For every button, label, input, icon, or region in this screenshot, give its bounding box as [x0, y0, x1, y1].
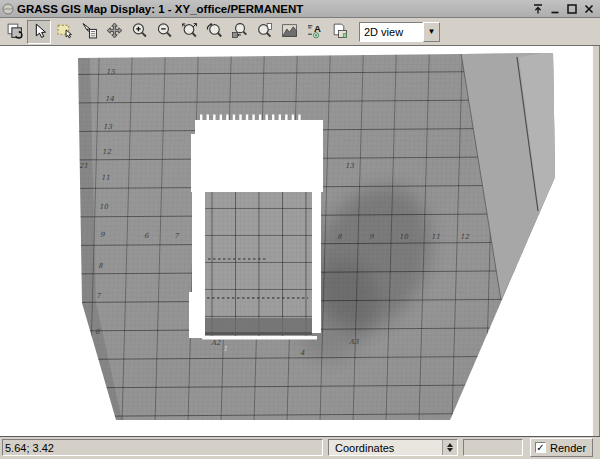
progress-indicator	[463, 439, 523, 456]
pointer-button[interactable]	[27, 20, 51, 44]
svg-text:8: 8	[98, 262, 103, 270]
statusbar-mode-select[interactable]: Coordinates	[328, 439, 458, 456]
svg-text:11: 11	[431, 233, 440, 241]
pointer-icon	[31, 22, 48, 41]
svg-text:A3: A3	[348, 338, 359, 346]
pan-button[interactable]	[102, 20, 126, 44]
svg-text:12: 12	[460, 233, 469, 241]
view-mode-select[interactable]: 2D view ▼	[359, 22, 440, 42]
spinner-up-icon[interactable]	[447, 443, 453, 447]
svg-text:6: 6	[144, 232, 149, 240]
maximize-icon	[566, 3, 578, 15]
select-region-button[interactable]	[52, 20, 76, 44]
chevron-down-icon[interactable]: ▼	[423, 22, 440, 42]
svg-text:13: 13	[345, 162, 354, 170]
zoom-back-icon	[231, 22, 248, 41]
window-minimize-button[interactable]	[548, 2, 562, 15]
zoom-out-icon	[156, 22, 173, 41]
shade-icon	[532, 3, 544, 15]
svg-text:9: 9	[100, 231, 105, 239]
statusbar: 5.64; 3.42 Coordinates ✓ Render	[0, 436, 600, 459]
check-icon[interactable]: ✓	[535, 442, 546, 453]
grass-map-display-window: GRASS GIS Map Display: 1 - XY_office/PER…	[0, 0, 600, 459]
query-button[interactable]	[77, 20, 101, 44]
zoom-previous-button[interactable]	[202, 20, 226, 44]
window-shade-button[interactable]	[531, 2, 545, 15]
svg-text:10: 10	[399, 233, 408, 241]
svg-text:9: 9	[369, 233, 374, 241]
reference-card	[189, 192, 321, 340]
white-cutout-box	[191, 115, 323, 193]
display-map-button[interactable]	[2, 20, 26, 44]
query-icon	[81, 22, 98, 41]
svg-text:A: A	[313, 23, 320, 34]
zoom-in-button[interactable]	[127, 20, 151, 44]
export-display-button[interactable]	[327, 20, 351, 44]
map-toolbar: A 2D view ▼	[0, 18, 600, 46]
window-titlebar[interactable]: GRASS GIS Map Display: 1 - XY_office/PER…	[0, 0, 600, 18]
zoom-out-button[interactable]	[152, 20, 176, 44]
close-icon	[583, 3, 595, 15]
svg-text:1: 1	[223, 345, 227, 353]
spinner-arrows-icon[interactable]	[442, 440, 457, 455]
window-controls	[531, 2, 600, 15]
zoom-region-button[interactable]	[227, 20, 251, 44]
zoom-selected-icon	[181, 22, 198, 41]
svg-text:A2: A2	[210, 339, 221, 347]
pan-icon	[106, 22, 123, 41]
window-right-border	[592, 46, 600, 436]
svg-text:12: 12	[102, 148, 111, 156]
svg-text:11: 11	[101, 174, 110, 182]
svg-text:15: 15	[106, 68, 115, 76]
profile-icon	[281, 22, 298, 41]
svg-text:14: 14	[105, 95, 114, 103]
window-maximize-button[interactable]	[565, 2, 579, 15]
render-checkbox[interactable]: ✓ Render	[530, 438, 593, 457]
map-canvas[interactable]: 151413122111109876678910111213A24A31	[0, 46, 592, 436]
zoom-to-selected-button[interactable]	[177, 20, 201, 44]
render-label: Render	[550, 442, 586, 454]
svg-text:8: 8	[337, 233, 342, 241]
svg-text:13: 13	[103, 123, 112, 131]
window-close-button[interactable]	[582, 2, 596, 15]
toolbar-buttons: A	[2, 20, 352, 44]
overlay-text-button[interactable]: A	[302, 20, 326, 44]
grass-app-icon	[2, 3, 14, 15]
add-text-icon: A	[306, 22, 323, 41]
spinner-down-icon[interactable]	[447, 448, 453, 452]
statusbar-mode-value: Coordinates	[329, 442, 442, 454]
svg-text:6: 6	[95, 328, 100, 336]
svg-text:4: 4	[300, 349, 305, 357]
window-title: GRASS GIS Map Display: 1 - XY_office/PER…	[17, 3, 303, 15]
zoom-options-button[interactable]	[252, 20, 276, 44]
svg-text:21: 21	[79, 162, 88, 170]
graph-paper-photo: 151413122111109876678910111213A24A31	[0, 46, 592, 436]
view-mode-value[interactable]: 2D view	[359, 22, 423, 42]
export-display-icon	[331, 22, 348, 41]
svg-text:10: 10	[99, 203, 108, 211]
zoom-previous-icon	[206, 22, 223, 41]
profile-analyze-button[interactable]	[277, 20, 301, 44]
coordinate-readout: 5.64; 3.42	[2, 439, 323, 456]
zoom-options-icon	[256, 22, 273, 41]
minimize-icon	[549, 3, 561, 15]
photo-region: 151413122111109876678910111213A24A31	[60, 46, 570, 431]
select-region-icon	[56, 22, 73, 41]
display-map-icon	[6, 22, 23, 41]
zoom-in-icon	[131, 22, 148, 41]
